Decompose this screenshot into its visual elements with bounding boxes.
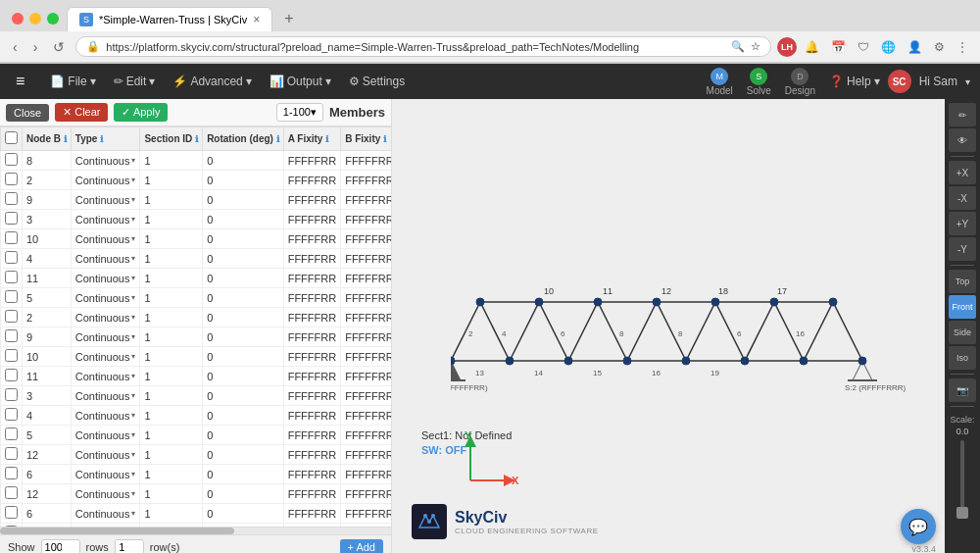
cell-a-fixity[interactable]: FFFFFRR bbox=[283, 190, 340, 210]
table-row[interactable]: 5 Continuous▾ 1 0 FFFFFRR FFFFFRR 0,0,0 bbox=[1, 426, 392, 445]
cell-node-b[interactable]: 6 bbox=[23, 504, 72, 524]
msd-model[interactable]: M Model bbox=[701, 66, 739, 98]
side-view-btn[interactable]: Side bbox=[949, 321, 976, 344]
rows-per-page-input[interactable] bbox=[41, 539, 80, 553]
cell-section-id[interactable]: 1 bbox=[140, 288, 203, 308]
cell-a-fixity[interactable]: FFFFFRR bbox=[283, 465, 340, 484]
extension-btn-2[interactable]: 📅 bbox=[827, 38, 850, 56]
row-checkbox[interactable] bbox=[5, 173, 18, 185]
cell-rotation[interactable]: 0 bbox=[203, 386, 284, 406]
cell-type[interactable]: Continuous▾ bbox=[71, 504, 140, 524]
extension-btn-4[interactable]: 🌐 bbox=[877, 38, 900, 56]
scale-slider[interactable] bbox=[960, 440, 964, 519]
cell-b-fixity[interactable]: FFFFFRR bbox=[341, 367, 391, 386]
close-button[interactable]: Close bbox=[6, 104, 49, 122]
extension-btn-1[interactable]: 🔔 bbox=[801, 38, 823, 56]
nav-output[interactable]: 📊 Output ▾ bbox=[262, 71, 339, 92]
chat-button[interactable]: 💬 bbox=[901, 509, 936, 544]
refresh-button[interactable]: ↺ bbox=[48, 37, 70, 57]
cell-section-id[interactable]: 1 bbox=[140, 484, 203, 504]
row-checkbox-cell[interactable] bbox=[1, 367, 23, 386]
cell-type[interactable]: Continuous▾ bbox=[71, 347, 140, 367]
clear-button[interactable]: ✕ Clear bbox=[55, 103, 108, 122]
table-row[interactable]: 4 Continuous▾ 1 0 FFFFFRR FFFFFRR 0,0,0 bbox=[1, 406, 392, 426]
cell-node-b[interactable]: 2 bbox=[23, 308, 72, 327]
cell-a-fixity[interactable]: FFFFFRR bbox=[283, 288, 340, 308]
user-greeting[interactable]: Hi Sam bbox=[919, 75, 957, 88]
cell-type[interactable]: Continuous▾ bbox=[71, 190, 140, 210]
table-row[interactable]: 8 Continuous▾ 1 0 FFFFFRR FFFFFRR 0,0,0 bbox=[1, 151, 392, 171]
cell-a-fixity[interactable]: FFFFFRR bbox=[283, 308, 340, 327]
tab-close-btn[interactable]: × bbox=[253, 13, 260, 26]
cell-rotation[interactable]: 0 bbox=[203, 288, 284, 308]
row-checkbox[interactable] bbox=[5, 192, 18, 205]
cell-section-id[interactable]: 1 bbox=[140, 386, 203, 406]
row-checkbox[interactable] bbox=[5, 486, 18, 499]
table-row[interactable]: 2 Continuous▾ 1 0 FFFFFRR FFFFFRR 0,0,0 bbox=[1, 308, 392, 327]
cell-section-id[interactable]: 1 bbox=[140, 269, 203, 288]
nav-edit[interactable]: ✏ Edit ▾ bbox=[106, 71, 164, 92]
minus-x-btn[interactable]: -X bbox=[949, 186, 976, 210]
user-chevron[interactable]: ▾ bbox=[965, 76, 970, 87]
cell-type[interactable]: Continuous▾ bbox=[71, 445, 140, 465]
cell-rotation[interactable]: 0 bbox=[203, 406, 284, 426]
row-range[interactable]: 1-100▾ bbox=[276, 103, 323, 122]
row-checkbox[interactable] bbox=[5, 388, 18, 401]
cell-b-fixity[interactable]: FFFFFRR bbox=[341, 190, 391, 210]
scale-thumb[interactable] bbox=[956, 507, 968, 519]
row-checkbox-cell[interactable] bbox=[1, 229, 23, 249]
cell-rotation[interactable]: 0 bbox=[203, 308, 284, 327]
scroll-thumb[interactable] bbox=[0, 528, 234, 534]
cell-section-id[interactable]: 1 bbox=[140, 465, 203, 484]
table-row[interactable]: 9 Continuous▾ 1 0 FFFFFRR FFFFFRR 0,0,0 bbox=[1, 327, 392, 347]
row-checkbox-cell[interactable] bbox=[1, 288, 23, 308]
cell-b-fixity[interactable]: FFFFFRR bbox=[341, 229, 391, 249]
cell-b-fixity[interactable]: FFFFFRR bbox=[341, 386, 391, 406]
cell-type[interactable]: Continuous▾ bbox=[71, 171, 140, 190]
cell-section-id[interactable]: 1 bbox=[140, 406, 203, 426]
cell-rotation[interactable]: 0 bbox=[203, 249, 284, 269]
hamburger-menu[interactable]: ≡ bbox=[10, 71, 30, 92]
cell-b-fixity[interactable]: FFFFFRR bbox=[341, 327, 391, 347]
a-fixity-info[interactable]: ℹ bbox=[325, 134, 328, 144]
plus-y-btn[interactable]: +Y bbox=[949, 212, 976, 235]
table-row[interactable]: 11 Continuous▾ 1 0 FFFFFRR FFFFFRR 0,0,0 bbox=[1, 367, 392, 386]
cell-rotation[interactable]: 0 bbox=[203, 327, 284, 347]
row-checkbox-cell[interactable] bbox=[1, 484, 23, 504]
browser-profile-icon[interactable]: LH bbox=[777, 37, 797, 57]
cell-type[interactable]: Continuous▾ bbox=[71, 465, 140, 484]
table-row[interactable]: 6 Continuous▾ 1 0 FFFFFRR FFFFFRR 0,0,0 bbox=[1, 504, 392, 524]
row-checkbox[interactable] bbox=[5, 310, 18, 323]
cell-type[interactable]: Continuous▾ bbox=[71, 210, 140, 229]
row-number-input[interactable] bbox=[115, 539, 144, 553]
cell-rotation[interactable]: 0 bbox=[203, 190, 284, 210]
row-checkbox[interactable] bbox=[5, 212, 18, 225]
cell-section-id[interactable]: 1 bbox=[140, 504, 203, 524]
cell-a-fixity[interactable]: FFFFFRR bbox=[283, 151, 340, 171]
cell-rotation[interactable]: 0 bbox=[203, 367, 284, 386]
add-row-button[interactable]: + Add bbox=[340, 539, 383, 553]
row-checkbox-cell[interactable] bbox=[1, 249, 23, 269]
table-row[interactable]: 5 Continuous▾ 1 0 FFFFFRR FFFFFRR 0,0,0 bbox=[1, 288, 392, 308]
cell-b-fixity[interactable]: FFFFFRR bbox=[341, 269, 391, 288]
cell-node-b[interactable]: 11 bbox=[23, 367, 72, 386]
edit-tool-btn[interactable]: ✏ bbox=[949, 103, 976, 126]
close-dot[interactable] bbox=[12, 13, 24, 25]
row-checkbox-cell[interactable] bbox=[1, 308, 23, 327]
msd-design[interactable]: D Design bbox=[779, 66, 821, 98]
cell-section-id[interactable]: 1 bbox=[140, 229, 203, 249]
cell-section-id[interactable]: 1 bbox=[140, 249, 203, 269]
cell-node-b[interactable]: 9 bbox=[23, 327, 72, 347]
cell-a-fixity[interactable]: FFFFFRR bbox=[283, 327, 340, 347]
view-btn[interactable]: 👁 bbox=[949, 128, 976, 152]
row-checkbox-cell[interactable] bbox=[1, 426, 23, 445]
plus-x-btn[interactable]: +X bbox=[949, 161, 976, 184]
new-tab-button[interactable]: + bbox=[276, 6, 301, 31]
cell-type[interactable]: Continuous▾ bbox=[71, 484, 140, 504]
cell-section-id[interactable]: 1 bbox=[140, 347, 203, 367]
cell-node-b[interactable]: 5 bbox=[23, 288, 72, 308]
cell-node-b[interactable]: 6 bbox=[23, 465, 72, 484]
row-checkbox[interactable] bbox=[5, 251, 18, 264]
help-button[interactable]: ❓ Help ▾ bbox=[829, 75, 880, 88]
cell-a-fixity[interactable]: FFFFFRR bbox=[283, 269, 340, 288]
